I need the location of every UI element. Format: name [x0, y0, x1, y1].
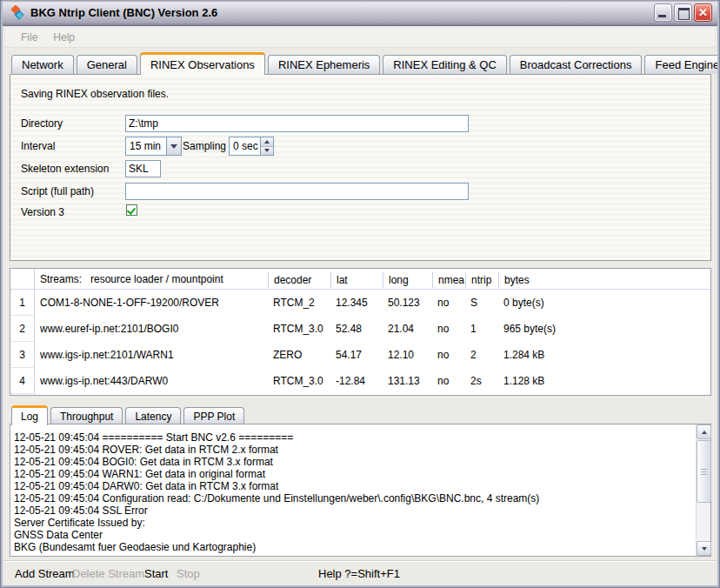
cell-bytes: 965 byte(s) [498, 323, 710, 335]
cell-lat: 54.17 [330, 349, 383, 361]
log-line: 12-05-21 09:45:04 ROVER: Get data in RTC… [14, 444, 693, 456]
cell-lat: 52.48 [330, 323, 383, 335]
tab-network[interactable]: Network [11, 55, 74, 74]
cell-mountpoint: www.igs-ip.net:2101/WARN1 [35, 349, 268, 361]
tab-feed-engine[interactable]: Feed Engine [644, 55, 720, 74]
log-line: 12-05-21 09:45:04 Configuration read: C:… [14, 492, 693, 504]
action-bar: Add Stream Delete Stream Start Stop Help… [3, 560, 717, 585]
cell-mountpoint: COM1-8-NONE-1-OFF-19200/ROVER [35, 297, 268, 309]
header-bytes[interactable]: bytes [498, 272, 710, 288]
log-line: 12-05-21 09:45:04 SSL Error [14, 504, 693, 517]
log-line: Server Certificate Issued by: [14, 517, 693, 529]
interval-dropdown-button[interactable] [166, 137, 181, 155]
tab-latency[interactable]: Latency [125, 407, 181, 424]
directory-label: Directory [21, 117, 63, 130]
interval-select[interactable]: 15 min [125, 137, 182, 156]
maximize-button[interactable] [674, 3, 692, 22]
menu-file[interactable]: File [13, 29, 45, 46]
add-stream-button[interactable]: Add Stream [15, 567, 75, 580]
delete-stream-button[interactable]: Delete Stream [72, 567, 144, 580]
bnc-window: BKG Ntrip Client (BNC) Version 2.6 File … [0, 0, 720, 588]
scroll-up-button[interactable] [697, 424, 711, 439]
tab-rinex-editing-qc[interactable]: RINEX Editing & QC [383, 55, 507, 74]
cell-bytes: 1.128 kB [498, 375, 710, 387]
version3-label: Version 3 [21, 206, 64, 218]
menu-bar: File Help [5, 27, 715, 48]
cell-decoder: RTCM_3.0 [268, 375, 330, 387]
row-number: 3 [10, 342, 35, 368]
close-button[interactable] [694, 3, 712, 22]
tab-general[interactable]: General [77, 55, 137, 74]
header-nmea[interactable]: nmea [432, 272, 465, 288]
stream-row[interactable]: 3 www.igs-ip.net:2101/WARN1 ZERO 54.17 1… [10, 342, 710, 368]
cell-long: 131.13 [383, 375, 432, 387]
sampling-value: 0 sec [230, 137, 260, 155]
cell-ntrip: 1 [465, 323, 498, 335]
panel-description: Saving RINEX observation files. [21, 88, 169, 100]
title-bar[interactable]: BKG Ntrip Client (BNC) Version 2.6 [3, 0, 717, 26]
header-long[interactable]: long [383, 272, 432, 288]
cell-mountpoint: www.euref-ip.net:2101/BOGI0 [35, 323, 268, 335]
log-scrollbar[interactable] [696, 424, 710, 556]
log-line: BKG (Bundesamt fuer Geodaesie und Kartog… [14, 541, 693, 553]
chevron-down-icon [170, 144, 177, 149]
menu-help[interactable]: Help [45, 29, 83, 46]
tab-rinex-ephemeris[interactable]: RINEX Ephemeris [268, 55, 380, 74]
cell-nmea: no [432, 349, 465, 361]
stop-button[interactable]: Stop [177, 567, 200, 580]
tab-throughput[interactable]: Throughput [50, 407, 123, 424]
scrollbar-thumb[interactable] [697, 440, 711, 503]
header-decoder[interactable]: decoder [268, 272, 330, 288]
scroll-down-button[interactable] [697, 541, 711, 556]
cell-decoder: RTCM_3.0 [268, 323, 330, 335]
cell-lat: -12.84 [330, 375, 383, 387]
stream-row[interactable]: 2 www.euref-ip.net:2101/BOGI0 RTCM_3.0 5… [10, 316, 710, 342]
settings-tab-bar: Network General RINEX Observations RINEX… [11, 51, 709, 74]
cell-mountpoint: www.igs-ip.net:443/DARW0 [35, 375, 268, 387]
minimize-button[interactable] [654, 3, 672, 22]
streams-header-row: Streams: resource loader / mountpoint de… [10, 269, 710, 290]
spin-down-button[interactable] [261, 147, 273, 156]
cell-lat: 12.345 [330, 297, 383, 309]
header-lat[interactable]: lat [330, 272, 383, 288]
cell-bytes: 1.284 kB [498, 349, 710, 361]
cell-long: 12.10 [383, 349, 432, 361]
cell-long: 50.123 [383, 297, 432, 309]
interval-label: Interval [21, 140, 55, 152]
log-panel: 12-05-21 09:45:04 ========== Start BNC v… [10, 424, 711, 557]
log-line: 12-05-21 09:45:04 BOGI0: Get data in RTC… [14, 456, 693, 468]
skeleton-extension-label: Skeleton extension [21, 163, 109, 175]
arrow-up-icon [264, 140, 270, 144]
arrow-down-icon [264, 149, 270, 152]
directory-input[interactable] [125, 115, 469, 132]
cell-long: 21.04 [383, 323, 432, 335]
stream-row[interactable]: 4 www.igs-ip.net:443/DARW0 RTCM_3.0 -12.… [10, 368, 710, 394]
log-output[interactable]: 12-05-21 09:45:04 ========== Start BNC v… [14, 431, 693, 554]
script-label: Script (full path) [21, 185, 94, 197]
app-logo-icon [10, 5, 25, 21]
log-line: GNSS Data Center [14, 529, 693, 541]
cell-ntrip: S [465, 297, 498, 309]
tab-ppp-plot[interactable]: PPP Plot [183, 407, 244, 424]
row-number: 1 [10, 290, 35, 316]
skeleton-extension-input[interactable] [125, 160, 161, 177]
log-line: 12-05-21 09:45:04 DARW0: Get data in RTC… [14, 480, 693, 492]
start-button[interactable]: Start [144, 567, 168, 580]
sampling-spinner[interactable]: 0 sec [229, 137, 274, 156]
sampling-label: Sampling [183, 140, 226, 152]
output-tab-bar: Log Throughput Latency PPP Plot [11, 404, 247, 424]
row-number: 4 [10, 368, 35, 394]
header-mountpoint[interactable]: Streams: resource loader / mountpoint [35, 273, 268, 285]
script-input[interactable] [125, 183, 469, 200]
tab-rinex-observations[interactable]: RINEX Observations [140, 52, 265, 75]
window-title: BKG Ntrip Client (BNC) Version 2.6 [30, 6, 652, 19]
stream-row[interactable]: 1 COM1-8-NONE-1-OFF-19200/ROVER RTCM_2 1… [10, 290, 710, 316]
tab-log[interactable]: Log [11, 405, 48, 425]
spin-up-button[interactable] [261, 137, 273, 147]
tab-broadcast-corrections[interactable]: Broadcast Corrections [510, 55, 643, 74]
header-ntrip[interactable]: ntrip [465, 272, 498, 288]
sampling-spin-buttons [260, 137, 273, 155]
cell-ntrip: 2 [465, 349, 498, 361]
version3-checkbox[interactable] [126, 204, 137, 216]
help-shortcut-label: Help ?=Shift+F1 [318, 567, 400, 580]
